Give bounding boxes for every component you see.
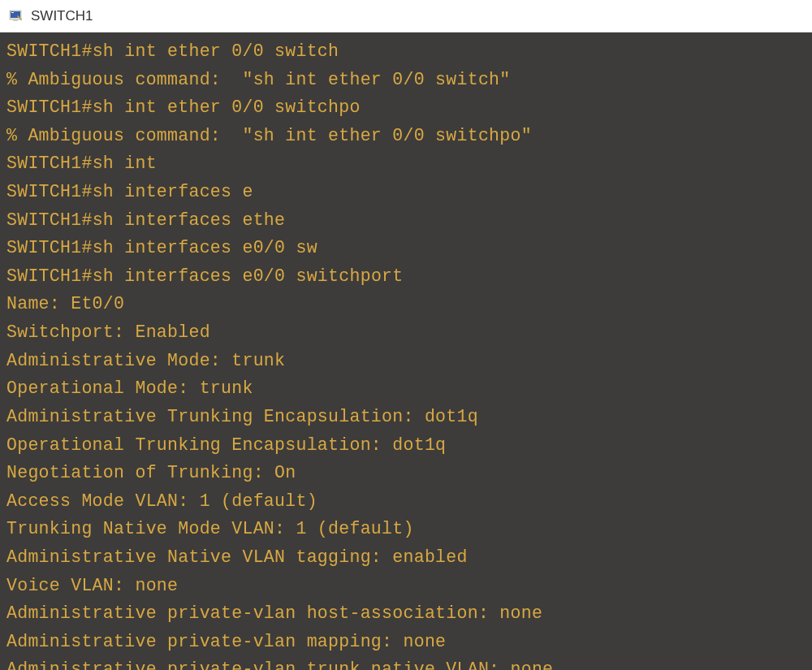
terminal-output-text: Access Mode VLAN: 1 (default) bbox=[6, 491, 317, 511]
terminal-prompt: SWITCH1# bbox=[6, 266, 93, 286]
terminal-command: sh int bbox=[93, 153, 157, 173]
terminal-line: Administrative Mode: trunk bbox=[6, 347, 806, 375]
terminal-output-text: Administrative Mode: trunk bbox=[6, 351, 285, 370]
window-title: SWITCH1 bbox=[31, 8, 93, 24]
terminal-output-text: Operational Mode: trunk bbox=[6, 378, 253, 398]
terminal-command: sh interfaces e0/0 switchport bbox=[93, 266, 404, 286]
terminal-output-text: Administrative Native VLAN tagging: enab… bbox=[6, 547, 468, 567]
terminal-line: SWITCH1#sh interfaces ethe bbox=[6, 206, 806, 235]
terminal-output-text: Administrative Trunking Encapsulation: d… bbox=[6, 407, 478, 426]
terminal-line: Administrative private-vlan host-associa… bbox=[6, 599, 806, 628]
terminal-prompt: SWITCH1# bbox=[6, 97, 93, 117]
terminal-output-text: Voice VLAN: none bbox=[6, 576, 178, 595]
terminal-line: Access Mode VLAN: 1 (default) bbox=[6, 487, 806, 516]
terminal-line: SWITCH1#sh int bbox=[6, 149, 806, 178]
terminal-line: Voice VLAN: none bbox=[6, 572, 806, 600]
terminal-line: Administrative private-vlan trunk native… bbox=[6, 655, 806, 670]
terminal-line: Trunking Native Mode VLAN: 1 (default) bbox=[6, 515, 806, 543]
terminal-prompt: SWITCH1# bbox=[6, 210, 93, 230]
terminal-line: Name: Et0/0 bbox=[6, 290, 806, 318]
putty-icon bbox=[8, 8, 24, 24]
terminal-line: SWITCH1#sh interfaces e0/0 switchport bbox=[6, 262, 806, 291]
terminal-output-text: Trunking Native Mode VLAN: 1 (default) bbox=[6, 519, 414, 538]
terminal-window: SWITCH1 SWITCH1#sh int ether 0/0 switch%… bbox=[0, 0, 812, 670]
terminal-prompt: SWITCH1# bbox=[6, 182, 93, 201]
terminal-line: SWITCH1#sh int ether 0/0 switchpo bbox=[6, 93, 806, 122]
terminal-line: Administrative Trunking Encapsulation: d… bbox=[6, 403, 806, 431]
terminal-prompt: SWITCH1# bbox=[6, 238, 93, 257]
terminal-output-text: Name: Et0/0 bbox=[6, 294, 124, 313]
terminal-line: SWITCH1#sh int ether 0/0 switch bbox=[6, 37, 806, 66]
terminal-line: SWITCH1#sh interfaces e0/0 sw bbox=[6, 234, 806, 262]
terminal-command: sh interfaces e0/0 sw bbox=[93, 238, 317, 257]
terminal-output[interactable]: SWITCH1#sh int ether 0/0 switch% Ambiguo… bbox=[0, 32, 812, 670]
terminal-line: % Ambiguous command: "sh int ether 0/0 s… bbox=[6, 122, 806, 150]
terminal-line: % Ambiguous command: "sh int ether 0/0 s… bbox=[6, 66, 806, 94]
terminal-output-text: % Ambiguous command: "sh int ether 0/0 s… bbox=[6, 126, 532, 145]
svg-rect-3 bbox=[13, 19, 18, 21]
terminal-prompt: SWITCH1# bbox=[6, 41, 93, 61]
terminal-output-text: Administrative private-vlan trunk native… bbox=[6, 659, 553, 670]
terminal-line: Administrative private-vlan mapping: non… bbox=[6, 628, 806, 656]
terminal-output-text: Switchport: Enabled bbox=[6, 322, 210, 342]
terminal-line: Administrative Native VLAN tagging: enab… bbox=[6, 543, 806, 572]
terminal-output-text: Operational Trunking Encapsulation: dot1… bbox=[6, 435, 446, 455]
terminal-command: sh int ether 0/0 switch bbox=[93, 41, 339, 61]
window-titlebar[interactable]: SWITCH1 bbox=[0, 0, 812, 32]
terminal-line: Switchport: Enabled bbox=[6, 318, 806, 347]
terminal-prompt: SWITCH1# bbox=[6, 153, 93, 173]
terminal-command: sh interfaces e bbox=[93, 182, 253, 201]
terminal-line: Negotiation of Trunking: On bbox=[6, 459, 806, 487]
terminal-line: Operational Trunking Encapsulation: dot1… bbox=[6, 431, 806, 460]
terminal-command: sh interfaces ethe bbox=[93, 210, 286, 230]
terminal-output-text: Administrative private-vlan host-associa… bbox=[6, 603, 542, 623]
terminal-command: sh int ether 0/0 switchpo bbox=[93, 97, 361, 117]
terminal-line: Operational Mode: trunk bbox=[6, 374, 806, 403]
terminal-output-text: Administrative private-vlan mapping: non… bbox=[6, 632, 446, 651]
svg-rect-2 bbox=[11, 12, 14, 13]
terminal-line: SWITCH1#sh interfaces e bbox=[6, 178, 806, 206]
terminal-output-text: % Ambiguous command: "sh int ether 0/0 s… bbox=[6, 70, 511, 89]
terminal-output-text: Negotiation of Trunking: On bbox=[6, 463, 296, 482]
